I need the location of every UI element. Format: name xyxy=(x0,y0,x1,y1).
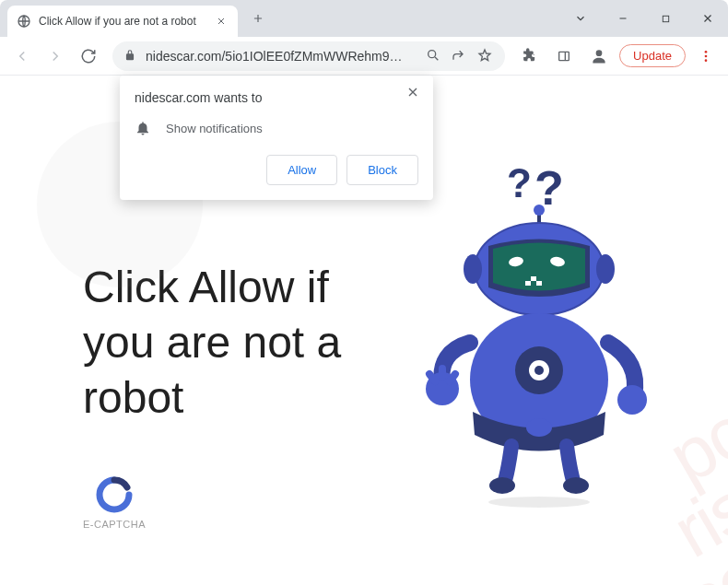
close-icon[interactable] xyxy=(405,85,422,101)
maximize-button[interactable] xyxy=(652,6,678,31)
robot-illustration: ? ? xyxy=(396,158,654,509)
close-window-button[interactable] xyxy=(695,6,721,31)
captcha-icon xyxy=(96,476,133,513)
minimize-button[interactable] xyxy=(610,6,636,31)
svg-point-17 xyxy=(596,254,615,284)
svg-point-21 xyxy=(534,366,544,375)
svg-point-24 xyxy=(617,385,647,415)
browser-toolbar: nidescar.com/5io1IOlEE0fZMmWWRehm9… Upda… xyxy=(0,37,728,76)
share-icon[interactable] xyxy=(452,48,468,64)
svg-point-27 xyxy=(488,497,590,508)
forward-button[interactable] xyxy=(41,41,70,71)
captcha-logo: E-CAPTCHA xyxy=(83,476,146,530)
svg-point-11 xyxy=(534,205,545,216)
notification-popup: nidescar.com wants to Show notifications… xyxy=(120,76,433,200)
update-button[interactable]: Update xyxy=(619,44,686,67)
bell-icon xyxy=(135,120,151,136)
new-tab-button[interactable] xyxy=(245,6,271,31)
chevron-down-icon[interactable] xyxy=(568,6,593,31)
svg-point-6 xyxy=(705,54,708,57)
star-icon[interactable] xyxy=(477,48,494,64)
sidepanel-icon[interactable] xyxy=(549,41,579,71)
svg-point-26 xyxy=(563,477,589,494)
back-button[interactable] xyxy=(7,41,37,71)
svg-point-16 xyxy=(464,254,482,284)
captcha-label: E-CAPTCHA xyxy=(83,519,146,530)
block-button[interactable]: Block xyxy=(346,155,418,185)
browser-tab[interactable]: Click Allow if you are not a robot xyxy=(7,6,238,37)
zoom-icon[interactable] xyxy=(426,48,442,64)
allow-button[interactable]: Allow xyxy=(266,155,337,185)
svg-point-5 xyxy=(705,51,708,53)
reload-button[interactable] xyxy=(74,41,103,71)
menu-icon[interactable] xyxy=(691,41,721,71)
svg-point-22 xyxy=(526,418,552,437)
svg-point-7 xyxy=(705,59,708,62)
svg-rect-3 xyxy=(559,52,569,60)
address-bar[interactable]: nidescar.com/5io1IOlEE0fZMmWWRehm9… xyxy=(112,41,505,71)
url-text: nidescar.com/5io1IOlEE0fZMmWWRehm9… xyxy=(146,49,426,64)
profile-icon[interactable] xyxy=(584,41,614,71)
svg-point-2 xyxy=(429,50,436,57)
svg-point-4 xyxy=(596,50,603,56)
window-controls xyxy=(568,0,721,37)
globe-icon xyxy=(17,14,31,29)
svg-point-25 xyxy=(489,477,515,494)
notification-message: Show notifications xyxy=(166,122,263,135)
extensions-icon[interactable] xyxy=(514,41,544,71)
notification-title: nidescar.com wants to xyxy=(135,90,418,105)
svg-text:?: ? xyxy=(507,160,532,205)
svg-rect-1 xyxy=(663,16,668,21)
tab-title: Click Allow if you are not a robot xyxy=(39,15,196,28)
tab-strip: Click Allow if you are not a robot xyxy=(0,0,728,37)
lock-icon xyxy=(123,49,138,64)
close-tab-icon[interactable] xyxy=(214,14,229,29)
